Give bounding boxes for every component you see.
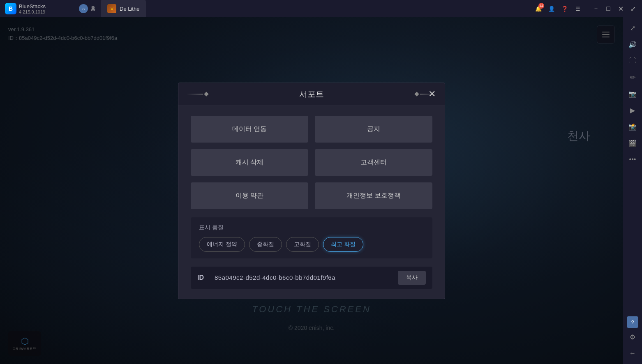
sidebar-record-button[interactable]: ▶ [625,103,640,117]
quality-label: 표시 품질 [199,224,424,231]
notice-button[interactable]: 공지 [315,116,432,143]
sidebar-expand-button[interactable]: ⤢ [625,21,640,35]
bluestacks-icon: B [5,3,16,14]
game-tab-icon: ⚔ [107,4,116,13]
quality-high-button[interactable]: 고화질 [286,237,319,252]
quality-energy-save-button[interactable]: 에너지 절약 [199,237,245,252]
menu-button[interactable]: ☰ [572,3,584,14]
id-label: ID [197,274,210,281]
id-section: ID 85a049c2-d52d-4dc0-b6c0-bb7dd01f9f6a … [191,267,432,289]
privacy-button[interactable]: 개인정보 보호정책 [315,182,432,209]
dialog-body: 데이터 연동 공지 캐시 삭제 고객센터 이용 약관 개인정보 보호정책 표시 … [178,106,445,299]
cache-delete-button[interactable]: 캐시 삭제 [191,149,308,176]
close-button[interactable]: ✕ [615,3,626,14]
button-grid: 데이터 연동 공지 캐시 삭제 고객센터 이용 약관 개인정보 보호정책 [191,116,432,209]
copy-id-button[interactable]: 복사 [398,271,426,285]
maximize-button[interactable]: □ [603,3,614,14]
game-tab-label: De Lithe [120,6,139,12]
notification-button[interactable]: 🔔 14 [533,3,544,14]
dialog-title: 서포트 [299,89,324,100]
sidebar-video-button[interactable]: 🎬 [625,136,640,150]
home-icon: ⌂ [79,4,88,13]
bluestacks-name: BlueStacks [19,3,46,9]
notification-badge: 14 [538,3,544,9]
dialog-header: 서포트 ✕ [178,83,445,106]
bluestacks-version: 4.215.0.1019 [19,9,46,14]
titlebar-controls: 🔔 14 👤 ❓ ☰ [529,3,587,14]
quality-medium-button[interactable]: 중화질 [249,237,282,252]
expand-button[interactable]: ⤢ [627,3,639,14]
dialog-title-decoration-left [187,92,208,96]
home-tab[interactable]: ⌂ 홈 [74,0,101,17]
home-tab-label: 홈 [90,5,96,12]
sidebar-edit-button[interactable]: ✏ [625,70,640,85]
customer-center-button[interactable]: 고객센터 [315,149,432,176]
sidebar-more-button[interactable]: ••• [625,152,640,167]
sidebar-camera-button[interactable]: 📸 [625,119,640,134]
dialog-close-button[interactable]: ✕ [426,88,438,100]
modal-overlay: 서포트 ✕ 데이터 연동 공지 캐시 삭제 고객센터 이용 약관 개인정보 보호… [0,17,623,364]
quality-ultra-button[interactable]: 최고 화질 [323,237,363,252]
window-controls: － □ ✕ ⤢ [587,3,642,14]
deco-diamond-left [204,92,208,96]
titlebar: B BlueStacks 4.215.0.1019 ⌂ 홈 ⚔ De Lithe… [0,0,642,17]
id-value: 85a049c2-d52d-4dc0-b6c0-bb7dd01f9f6a [215,274,393,281]
deco-line-left [187,94,203,94]
quality-buttons: 에너지 절약 중화질 고화질 최고 화질 [199,237,424,252]
sidebar-question-button[interactable]: ? [627,316,638,328]
sidebar-volume-button[interactable]: 🔊 [625,37,640,52]
game-tab[interactable]: ⚔ De Lithe [101,0,146,17]
terms-button[interactable]: 이용 약관 [191,182,308,209]
right-sidebar: ⤢ 🔊 ⛶ ✏ 📷 ▶ 📸 🎬 ••• ? ⚙ ← [623,17,642,364]
bluestacks-logo: B BlueStacks 4.215.0.1019 [0,3,74,14]
deco-diamond-right [414,92,419,96]
quality-section: 표시 품질 에너지 절약 중화질 고화질 최고 화질 [191,217,432,258]
help-button[interactable]: ❓ [559,3,570,14]
game-content: ver.1.9.361 ID：85a049c2-d52d-4dc0-b6c0-b… [0,17,623,364]
sidebar-screenshot-button[interactable]: 📷 [625,86,640,101]
account-button[interactable]: 👤 [546,3,557,14]
data-sync-button[interactable]: 데이터 연동 [191,116,308,143]
sidebar-settings-button[interactable]: ⚙ [625,329,640,344]
minimize-button[interactable]: － [590,3,602,14]
support-dialog: 서포트 ✕ 데이터 연동 공지 캐시 삭제 고객센터 이용 약관 개인정보 보호… [178,83,445,299]
sidebar-fullscreen-button[interactable]: ⛶ [625,53,640,68]
sidebar-back-button[interactable]: ← [625,346,640,361]
